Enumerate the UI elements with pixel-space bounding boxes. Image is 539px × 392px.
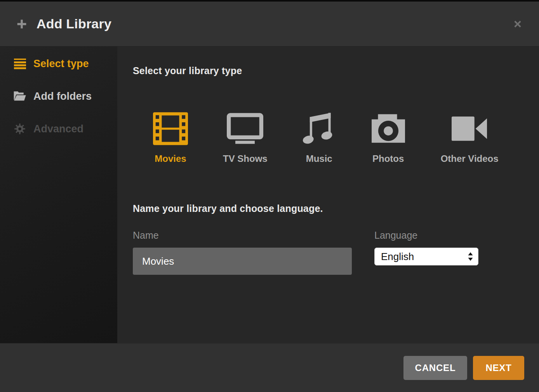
music-note-icon (303, 111, 336, 146)
dialog-header: Add Library (0, 2, 539, 47)
library-type-photos[interactable]: Photos (371, 111, 406, 164)
library-name-input[interactable] (133, 248, 352, 275)
sidebar-item-label: Advanced (33, 123, 83, 135)
cancel-button[interactable]: CANCEL (403, 356, 467, 380)
library-type-label: Other Videos (441, 153, 499, 164)
library-type-label: TV Shows (223, 153, 268, 164)
folder-open-icon (13, 91, 26, 102)
name-field-group: Name (133, 230, 352, 275)
sidebar-item-advanced[interactable]: Advanced (0, 113, 117, 145)
library-type-row: Movies TV Shows (153, 111, 523, 164)
next-button[interactable]: NEXT (473, 356, 524, 380)
gear-icon (13, 123, 26, 135)
library-type-label: Photos (372, 153, 404, 164)
dialog-body: Select type Add folders (0, 47, 539, 343)
steps-sidebar: Select type Add folders (0, 47, 117, 343)
library-type-label: Movies (155, 153, 186, 164)
sidebar-item-label: Add folders (33, 90, 92, 102)
video-camera-icon (451, 111, 488, 146)
language-label: Language (374, 230, 478, 241)
language-field-group: Language English (374, 230, 478, 265)
sidebar-item-select-type[interactable]: Select type (0, 47, 117, 80)
library-type-music[interactable]: Music (303, 111, 336, 164)
add-library-dialog: Add Library Select type (0, 0, 539, 392)
library-type-tv-shows[interactable]: TV Shows (223, 111, 268, 164)
dialog-title: Add Library (37, 16, 111, 31)
main-content: Select your library type (117, 47, 539, 343)
library-type-other-videos[interactable]: Other Videos (441, 111, 499, 164)
select-type-heading: Select your library type (133, 65, 523, 76)
camera-icon (371, 111, 406, 146)
library-type-movies[interactable]: Movies (153, 111, 188, 164)
sidebar-item-add-folders[interactable]: Add folders (0, 80, 117, 113)
select-arrows-icon (468, 252, 473, 262)
sidebar-item-label: Select type (33, 58, 89, 70)
film-icon (153, 111, 188, 146)
name-language-heading: Name your library and choose language. (133, 203, 523, 214)
name-label: Name (133, 230, 352, 241)
list-icon (13, 58, 26, 69)
language-selected-value: English (381, 251, 414, 263)
tv-icon (227, 111, 263, 146)
plus-icon (16, 18, 28, 30)
library-type-label: Music (306, 153, 332, 164)
dialog-footer: CANCEL NEXT (0, 343, 539, 392)
language-select[interactable]: English (374, 248, 478, 265)
close-icon[interactable] (510, 17, 525, 31)
name-language-form: Name Language English (133, 230, 523, 275)
